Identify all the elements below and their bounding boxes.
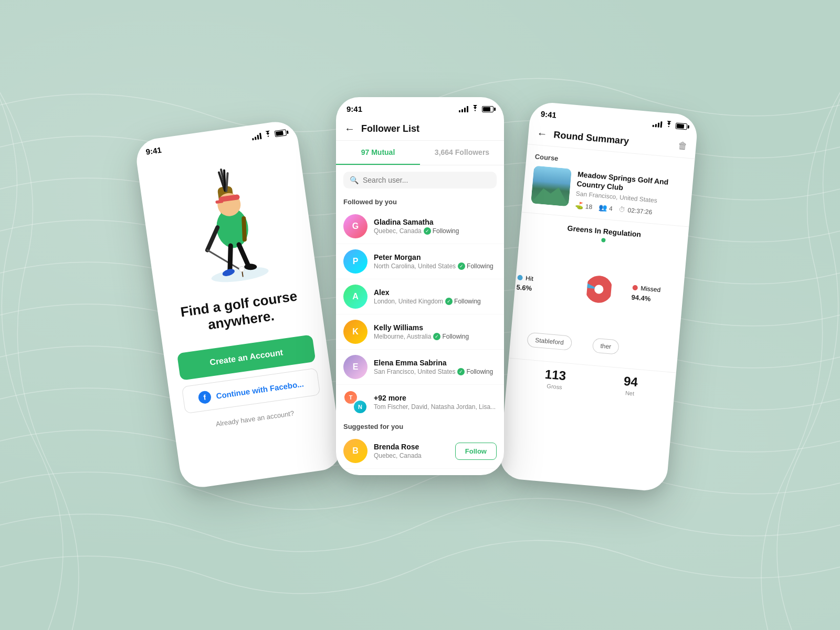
suggested-label: Suggested for you	[336, 419, 504, 434]
center-status-bar: 9:41	[336, 97, 504, 118]
avatar-elena: E	[343, 355, 368, 379]
signal-icon	[251, 132, 261, 140]
following-badge: ✓ Following	[445, 298, 481, 305]
holes-stat: ⛳ 18	[574, 202, 593, 211]
svg-line-12	[242, 218, 247, 239]
svg-line-10	[204, 227, 220, 250]
holes-icon: ⛳	[574, 202, 583, 210]
follower-info-peter: Peter Morgan North Carolina, United Stat…	[374, 253, 497, 270]
tab-followers[interactable]: 3,664 Followers	[420, 141, 504, 165]
legend-pct-hit: 5.6%	[516, 283, 566, 295]
chart-section: Greens In Regulation Hit	[509, 213, 689, 373]
delete-button[interactable]: 🗑	[678, 140, 688, 152]
pie-chart-container: Hit 5.6%	[520, 244, 678, 335]
battery-icon	[675, 122, 687, 130]
following-badge: ✓ Following	[433, 333, 469, 340]
wifi-icon	[264, 130, 273, 139]
check-icon: ✓	[458, 262, 465, 270]
other-badge: ther	[592, 338, 620, 355]
tabs-row: 97 Mutual 3,664 Followers	[336, 141, 504, 165]
following-badge: ✓ Following	[458, 262, 494, 270]
wifi-icon	[664, 121, 673, 129]
svg-line-13	[226, 246, 234, 271]
left-status-icons	[251, 128, 287, 141]
clock-icon: ⏱	[618, 205, 626, 214]
gross-label: Gross	[544, 383, 565, 391]
follower-list-header: ← Follower List	[336, 118, 504, 141]
gross-score: 113 Gross	[544, 367, 567, 391]
more-avatar-group: T N	[343, 390, 368, 414]
golf-illustration	[161, 148, 294, 299]
right-status-icons	[652, 120, 687, 131]
mini-avatar-2: N	[353, 400, 368, 414]
avatar-kelly: K	[343, 320, 368, 344]
left-content: Find a golf courseanywhere. Create an Ac…	[136, 139, 343, 484]
following-badge: ✓ Following	[424, 227, 459, 235]
check-icon: ✓	[433, 333, 440, 340]
signal-icon	[459, 106, 468, 112]
wifi-icon	[471, 105, 479, 113]
svg-line-18	[242, 272, 243, 277]
center-phone: 9:41 ← F	[336, 97, 504, 475]
follower-info-gladina: Gladina Samatha Quebec, Canada ✓ Followi…	[374, 218, 497, 235]
follower-item-gladina: G Gladina Samatha Quebec, Canada ✓ Follo…	[336, 209, 504, 244]
pie-chart	[584, 249, 614, 330]
legend-pct-missed: 94.4%	[631, 293, 681, 305]
follower-item-elena: E Elena Emma Sabrina San Francisco, Unit…	[336, 350, 504, 385]
players-stat: 👥 4	[598, 204, 613, 213]
svg-point-16	[244, 264, 257, 270]
back-button[interactable]: ←	[537, 128, 548, 141]
right-phone-content: ← Round Summary 🗑 Course Meadow Springs …	[499, 121, 697, 486]
follower-item-kelly: K Kelly Williams Melbourne, Australia ✓ …	[336, 314, 504, 350]
time-stat: ⏱ 02:37:26	[618, 205, 653, 216]
follower-item-peter: P Peter Morgan North Carolina, United St…	[336, 244, 504, 279]
course-thumbnail	[531, 165, 572, 206]
following-badge: ✓ Following	[457, 368, 493, 375]
follower-info-alex: Alex London, United Kingdom ✓ Following	[374, 288, 497, 305]
search-input[interactable]	[363, 176, 490, 184]
net-score: 94 Net	[623, 374, 638, 397]
course-card: Meadow Springs Golf And Country Club San…	[531, 165, 685, 218]
check-icon: ✓	[424, 227, 431, 235]
players-icon: 👥	[598, 204, 607, 212]
tab-mutual[interactable]: 97 Mutual	[336, 141, 420, 165]
svg-line-14	[239, 244, 248, 266]
follower-item-brenda: B Brenda Rose Quebec, Canada Follow	[336, 434, 504, 469]
avatar-gladina: G	[343, 214, 368, 238]
more-followers-item: T N +92 more Tom Fischer, David, Natasha…	[336, 385, 504, 419]
right-status-time: 9:41	[540, 109, 556, 120]
pie-legend: Hit 5.6%	[506, 273, 578, 297]
center-phone-content: ← Follower List 97 Mutual 3,664 Follower…	[336, 118, 504, 469]
missed-dot	[632, 285, 638, 290]
center-status-icons	[459, 105, 494, 113]
left-status-time: 9:41	[145, 145, 162, 156]
stableford-badge: Stableford	[527, 332, 572, 351]
signal-icon	[653, 120, 663, 128]
followed-by-you-label: Followed by you	[336, 195, 504, 209]
hit-dot	[517, 275, 523, 280]
page-title: Follower List	[361, 123, 419, 134]
left-phone: 9:41	[134, 119, 344, 490]
back-button[interactable]: ←	[344, 123, 355, 135]
check-icon: ✓	[457, 368, 465, 375]
course-info: Meadow Springs Golf And Country Club San…	[574, 170, 685, 219]
follower-info-brenda: Brenda Rose Quebec, Canada	[374, 443, 449, 459]
follow-button[interactable]: Follow	[455, 443, 497, 460]
svg-point-19	[590, 280, 609, 299]
check-icon: ✓	[445, 298, 453, 305]
already-account-text: Already have an account?	[215, 410, 295, 428]
avatar-alex: A	[343, 285, 368, 309]
search-icon: 🔍	[350, 176, 359, 184]
pie-legend-missed: Missed 94.4%	[621, 283, 692, 307]
follower-info-elena: Elena Emma Sabrina San Francisco, United…	[374, 359, 497, 375]
dot-indicator	[601, 238, 606, 243]
net-label: Net	[623, 390, 637, 397]
more-followers-info: +92 more Tom Fischer, David, Natasha Jor…	[374, 394, 497, 411]
search-bar[interactable]: 🔍	[343, 172, 497, 188]
follower-item-alex: A Alex London, United Kingdom ✓ Followin…	[336, 279, 504, 314]
battery-icon	[482, 106, 494, 112]
battery-icon	[275, 129, 287, 137]
gross-value: 113	[544, 367, 566, 383]
center-status-time: 9:41	[346, 104, 362, 113]
right-phone: 9:41 ← R	[498, 101, 699, 492]
